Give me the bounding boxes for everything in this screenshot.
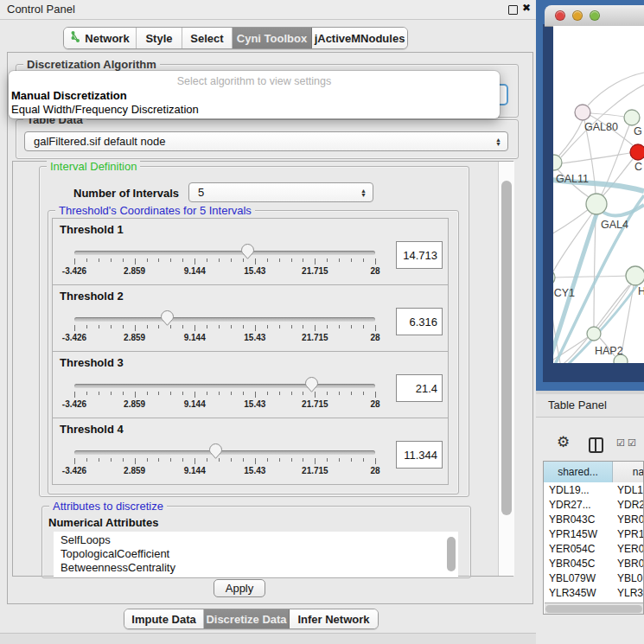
table-cell[interactable]: YDL1 bbox=[617, 484, 643, 496]
node-table[interactable]: shared...na YDL19...YDL1YDR27...YDR2YBR0… bbox=[543, 461, 644, 615]
slider-track[interactable] bbox=[74, 317, 375, 322]
checkbox-icon[interactable]: ☑ bbox=[616, 437, 625, 449]
num-intervals-combobox[interactable]: 5 ▲▼ bbox=[188, 182, 373, 202]
node-label: C bbox=[634, 161, 642, 173]
tab-infer-network[interactable]: Infer Network bbox=[290, 609, 378, 628]
algorithm-item-1[interactable]: Manual Discretization bbox=[11, 89, 127, 102]
table-cell[interactable]: YDR2 bbox=[617, 499, 644, 511]
network-icon bbox=[70, 30, 81, 46]
network-node bbox=[575, 105, 590, 120]
tab-network[interactable]: Network bbox=[64, 28, 137, 48]
horizontal-scrollbar-track[interactable] bbox=[545, 603, 644, 615]
group-title: Discretization Algorithm bbox=[23, 58, 160, 71]
threshold-value-field[interactable]: 14.713 bbox=[396, 241, 443, 269]
main-scrollbar-thumb[interactable] bbox=[501, 181, 512, 515]
numerical-attributes-label: Numerical Attributes bbox=[48, 516, 158, 529]
network-edge bbox=[562, 153, 630, 163]
threshold-value-field[interactable]: 6.316 bbox=[396, 308, 443, 335]
group-title: Interval Definition bbox=[47, 160, 140, 173]
table-cell[interactable]: YER0 bbox=[617, 543, 644, 555]
threshold-panel-3: Threshold 3-3.4262.8599.14415.4321.71528… bbox=[52, 351, 449, 418]
apply-button[interactable]: Apply bbox=[214, 579, 265, 597]
network-node bbox=[630, 144, 644, 160]
slider-handle[interactable] bbox=[241, 244, 254, 259]
algorithm-dropdown-popup: Select algorithm to view settings Manual… bbox=[9, 71, 500, 118]
table-data-combobox[interactable]: galFiltered.sif default node ▲▼ bbox=[24, 131, 508, 151]
top-tab-bar: NetworkStyleSelectCyni ToolboxjActiveMNo… bbox=[63, 27, 408, 49]
network-edge bbox=[555, 276, 626, 277]
network-node bbox=[553, 270, 555, 285]
table-cell[interactable]: YBR045C bbox=[549, 558, 595, 570]
control-panel-titlebar: Control Panel ✖ bbox=[0, 0, 536, 20]
table-cell[interactable]: YBR043C bbox=[549, 513, 595, 526]
table-cell[interactable]: YBL079W bbox=[549, 572, 596, 584]
table-cell[interactable]: YBR0 bbox=[617, 513, 644, 526]
tick-labels: -3.4262.8599.14415.4321.71528 bbox=[74, 466, 375, 476]
tick-marks bbox=[74, 258, 375, 265]
threshold-value-field[interactable]: 21.4 bbox=[396, 374, 443, 402]
threshold-label: Threshold 2 bbox=[60, 290, 124, 303]
algorithm-hint-item[interactable]: Select algorithm to view settings bbox=[9, 75, 500, 87]
slider-handle[interactable] bbox=[209, 443, 222, 459]
bottom-tab-bar: Impute DataDiscretize DataInfer Network bbox=[124, 609, 379, 629]
network-node bbox=[587, 327, 601, 341]
columns-icon[interactable] bbox=[589, 437, 603, 453]
attribute-item[interactable]: TopologicalCoefficient bbox=[61, 547, 169, 560]
threshold-label: Threshold 1 bbox=[60, 223, 124, 236]
close-traffic-light-icon[interactable] bbox=[555, 10, 565, 21]
attribute-item[interactable]: SelfLoops bbox=[61, 533, 111, 546]
tab-select[interactable]: Select bbox=[182, 28, 233, 48]
tab-jactivemnodules[interactable]: jActiveMNodules bbox=[312, 28, 407, 48]
tab-impute-data[interactable]: Impute Data bbox=[124, 609, 204, 628]
gear-icon[interactable]: ⚙ bbox=[557, 433, 570, 451]
attribute-item[interactable]: BetweennessCentrality bbox=[61, 561, 175, 574]
tick-labels: -3.4262.8599.14415.4321.71528 bbox=[74, 399, 375, 410]
maximize-traffic-light-icon[interactable] bbox=[590, 10, 600, 21]
close-icon[interactable]: ✖ bbox=[522, 2, 531, 14]
table-panel-title: Table Panel bbox=[548, 399, 607, 411]
threshold-panel-1: Threshold 1-3.4262.8599.14415.4321.71528… bbox=[52, 218, 449, 285]
main-scrollbar-track[interactable] bbox=[498, 162, 514, 576]
network-window-titlebar[interactable] bbox=[545, 5, 644, 27]
table-cell[interactable]: YLR3 bbox=[617, 587, 643, 599]
table-cell[interactable]: YER054C bbox=[549, 543, 595, 555]
slider-handle[interactable] bbox=[161, 310, 174, 326]
network-node bbox=[624, 110, 640, 125]
minimize-traffic-light-icon[interactable] bbox=[572, 10, 583, 21]
table-cell[interactable]: YPR1 bbox=[617, 528, 644, 540]
slider-track[interactable] bbox=[74, 450, 375, 455]
group-title: Threshold's Coordinates for 5 Intervals bbox=[55, 204, 255, 217]
column-header-2[interactable]: na bbox=[613, 462, 644, 482]
tab-label: Discretize Data bbox=[206, 613, 286, 626]
table-cell[interactable]: YLR345W bbox=[549, 587, 596, 599]
table-cell[interactable]: YPR145W bbox=[549, 528, 597, 540]
threshold-label: Threshold 4 bbox=[60, 423, 124, 436]
table-cell[interactable]: YBL0 bbox=[617, 572, 642, 584]
checkbox-icon[interactable]: ☑ bbox=[628, 437, 636, 449]
column-header-1[interactable]: shared... bbox=[544, 462, 613, 482]
node-label: GCY1 bbox=[553, 287, 575, 299]
algorithm-item-2[interactable]: Equal Width/Frequency Discretization bbox=[11, 103, 199, 116]
network-node bbox=[586, 194, 607, 214]
node-label: GAL11 bbox=[556, 173, 589, 185]
float-window-icon[interactable] bbox=[508, 5, 518, 15]
slider-track[interactable] bbox=[74, 384, 375, 388]
list-scrollbar-thumb[interactable] bbox=[447, 537, 456, 571]
network-canvas[interactable]: GAL80GCGAL11GAL4GCY1HHAP2 bbox=[553, 26, 644, 363]
tab-cyni-toolbox[interactable]: Cyni Toolbox bbox=[233, 28, 312, 48]
attributes-list[interactable]: SelfLoopsTopologicalCoefficientBetweenne… bbox=[54, 532, 458, 577]
tab-label: jActiveMNodules bbox=[315, 32, 405, 45]
tab-style[interactable]: Style bbox=[137, 28, 182, 48]
network-node bbox=[553, 155, 562, 170]
horizontal-scrollbar-thumb[interactable] bbox=[545, 605, 642, 613]
slider-handle[interactable] bbox=[305, 377, 318, 392]
slider-track[interactable] bbox=[74, 251, 375, 255]
table-cell[interactable]: YDL19... bbox=[549, 484, 590, 496]
threshold-value-field[interactable]: 11.344 bbox=[396, 441, 443, 469]
tab-discretize-data[interactable]: Discretize Data bbox=[204, 609, 290, 628]
table-cell[interactable]: YDR27... bbox=[549, 499, 591, 511]
tab-label: Style bbox=[145, 32, 172, 45]
threshold-panel-2: Threshold 2-3.4262.8599.14415.4321.71528… bbox=[52, 284, 449, 352]
table-cell[interactable]: YBR0 bbox=[617, 558, 644, 570]
node-label: H bbox=[638, 285, 644, 297]
